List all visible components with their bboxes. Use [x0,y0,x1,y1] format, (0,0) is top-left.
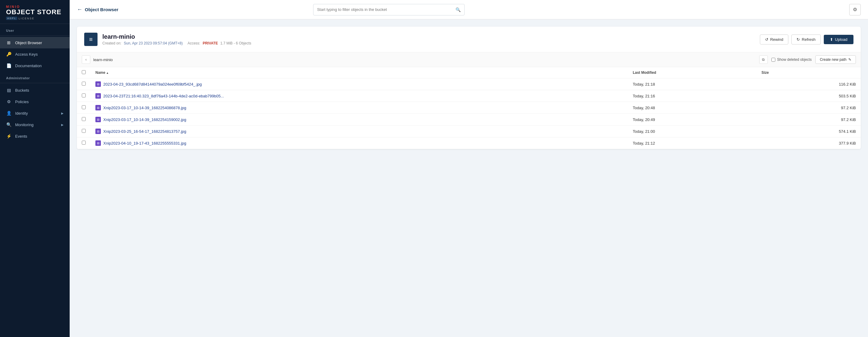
back-label: Object Browser [85,7,118,12]
show-deleted-checkbox[interactable] [771,58,775,62]
file-name-0[interactable]: ▤ 2023-04-23_93cd687d84144079a024ee0f69b… [95,81,623,87]
path-back-icon: ‹ [85,58,87,62]
logo: MINIO OBJECT STORE AGPL LICENSE [0,0,70,24]
copy-path-button[interactable]: ⧉ [759,55,768,64]
sidebar-item-label-object-browser: Object Browser [15,40,42,45]
refresh-icon: ↻ [797,37,800,42]
created-date: Sun, Apr 23 2023 09:57:04 (GMT+8) [124,41,183,45]
show-deleted-label[interactable]: Show deleted objects [771,58,812,62]
file-name-text-5: Xnip2023-04-10_19-17-43_1682255555331.jp… [103,141,186,145]
file-name-text-0: 2023-04-23_93cd687d84144079a024ee0f69bf5… [103,82,202,87]
row-checkbox-cell [77,78,91,90]
file-type-icon-5: ▤ [95,140,101,146]
show-deleted-text: Show deleted objects [777,58,812,62]
sidebar-item-label-monitoring: Monitoring [15,123,34,127]
file-type-icon-4: ▤ [95,129,101,134]
main-content: ← Object Browser 🔍 ⚙ ≡ learn-minio Creat… [70,0,868,337]
access-value: PRIVATE [203,41,218,45]
back-button[interactable]: ← Object Browser [77,6,118,13]
row-checkbox-2[interactable] [82,105,86,109]
back-arrow-icon: ← [77,6,82,13]
refresh-button[interactable]: ↻ Refresh [792,34,821,44]
events-icon: ⚡ [6,133,11,139]
file-name-text-2: Xnip2023-03-17_10-14-39_1682254086878.jp… [103,106,186,110]
object-browser-icon: ⊞ [6,40,11,45]
table-header-row: Name Last Modified Size [77,67,861,78]
sidebar-divider-admin [0,83,70,83]
file-name-5[interactable]: ▤ Xnip2023-04-10_19-17-43_1682255555331.… [95,140,623,146]
file-type-icon-1: ▤ [95,93,101,99]
rewind-button[interactable]: ↺ Rewind [760,34,788,44]
bucket-name: learn-minio [102,33,755,40]
file-name-text-1: 2023-04-23T21:16:40.323_8df76a43-144b-4d… [103,94,224,98]
content-area: ≡ learn-minio Created on: Sun, Apr 23 20… [70,20,868,337]
table-row: ▤ Xnip2023-04-10_19-17-43_1682255555331.… [77,137,861,149]
create-new-path-button[interactable]: Create new path ✎ [815,55,856,64]
access-label: Access: [187,41,200,45]
row-checkbox-5[interactable] [82,141,86,145]
bucket-info: learn-minio Created on: Sun, Apr 23 2023… [102,33,755,45]
table-header-last-modified[interactable]: Last Modified [628,67,756,78]
path-bar: ‹ learn-minio ⧉ Show deleted objects Cre… [77,52,861,67]
row-checkbox-1[interactable] [82,94,86,97]
row-name-cell: ▤ 2023-04-23T21:16:40.323_8df76a43-144b-… [91,90,628,102]
settings-button[interactable]: ⚙ [849,4,861,15]
buckets-icon: ▤ [6,88,11,93]
row-date-cell-3: Today, 20:49 [628,114,756,126]
identity-chevron-icon: ▶ [61,112,64,115]
sidebar-item-events[interactable]: ⚡ Events [0,130,70,142]
row-checkbox-3[interactable] [82,117,86,121]
row-checkbox-4[interactable] [82,129,86,133]
logo-subtitle: AGPL LICENSE [6,16,64,20]
sidebar-item-access-keys[interactable]: 🔑 Access Keys [0,48,70,60]
row-checkbox-0[interactable] [82,82,86,86]
rewind-label: Rewind [770,37,783,42]
refresh-label: Refresh [802,37,816,42]
row-date-cell-4: Today, 21:00 [628,126,756,137]
row-name-cell: ▤ 2023-04-23_93cd687d84144079a024ee0f69b… [91,78,628,90]
sidebar-item-policies[interactable]: ⚙ Policies [0,96,70,107]
file-table: Name Last Modified Size ▤ 2023-04-23_93c… [77,67,861,149]
file-name-3[interactable]: ▤ Xnip2023-03-17_10-14-39_1682254159002.… [95,117,623,122]
table-row: ▤ 2023-04-23T21:16:40.323_8df76a43-144b-… [77,90,861,102]
sidebar-item-label-policies: Policies [15,100,29,104]
row-checkbox-cell [77,137,91,149]
file-type-icon-2: ▤ [95,105,101,110]
sidebar-item-label-documentation: Documentation [15,64,41,68]
row-size-cell-5: 377.9 KiB [756,137,861,149]
select-all-checkbox[interactable] [82,70,86,74]
row-checkbox-cell [77,126,91,137]
file-name-1[interactable]: ▤ 2023-04-23T21:16:40.323_8df76a43-144b-… [95,93,623,99]
size-info: 1.7 MiB - 6 Objects [220,41,251,45]
table-header-name[interactable]: Name [91,67,628,78]
sidebar-item-documentation[interactable]: 📄 Documentation [0,60,70,71]
user-section-label: User [0,24,70,34]
path-back-button[interactable]: ‹ [82,55,90,64]
search-input[interactable] [317,7,456,12]
table-header-size[interactable]: Size [756,67,861,78]
bucket-card: ≡ learn-minio Created on: Sun, Apr 23 20… [77,27,861,149]
sidebar-item-label-buckets: Buckets [15,88,29,93]
row-checkbox-cell [77,90,91,102]
row-name-cell: ▤ Xnip2023-04-10_19-17-43_1682255555331.… [91,137,628,149]
sidebar-item-identity[interactable]: 👤 Identity ▶ [0,107,70,119]
logo-license-badge: AGPL [6,16,17,20]
row-size-cell-4: 574.1 KiB [756,126,861,137]
logo-license-text: LICENSE [19,17,34,20]
documentation-icon: 📄 [6,63,11,68]
logo-title: OBJECT STORE [6,8,64,16]
file-name-4[interactable]: ▤ Xnip2023-03-25_16-54-17_1682254813757.… [95,129,623,134]
row-name-cell: ▤ Xnip2023-03-25_16-54-17_1682254813757.… [91,126,628,137]
sidebar-item-buckets[interactable]: ▤ Buckets [0,85,70,96]
sidebar-item-label-events: Events [15,134,27,139]
create-path-label: Create new path [820,58,846,62]
upload-button[interactable]: ⬆ Upload [824,35,854,44]
sidebar-item-object-browser[interactable]: ⊞ Object Browser [0,37,70,48]
table-header-checkbox [77,67,91,78]
sidebar-item-monitoring[interactable]: 🔍 Monitoring ▶ [0,119,70,130]
upload-icon: ⬆ [830,37,833,42]
monitoring-chevron-icon: ▶ [61,123,64,127]
file-name-2[interactable]: ▤ Xnip2023-03-17_10-14-39_1682254086878.… [95,105,623,110]
sidebar-item-label-access-keys: Access Keys [15,52,37,57]
sidebar-divider-user [0,35,70,36]
